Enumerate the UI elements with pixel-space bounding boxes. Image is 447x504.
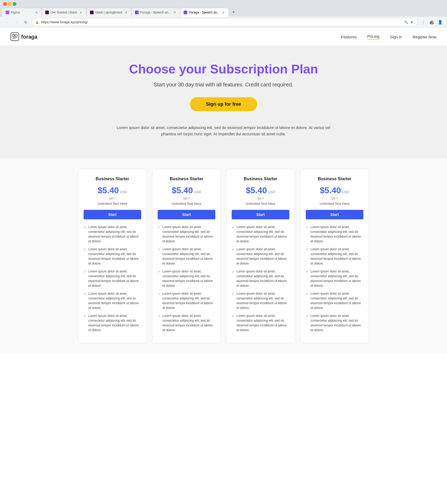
features-list: ✓ Lorem ipsum dolor sit amet, consectetu… <box>84 225 141 332</box>
browser-tab-slack-springboard[interactable]: Slack | springboard ✕ <box>86 8 132 17</box>
check-icon: ✓ <box>232 225 234 230</box>
check-icon: ✓ <box>158 292 160 296</box>
browser-address-bar: ← → ↻ 🔒 https://www.foraga.xyz/pricing/ … <box>0 17 447 27</box>
feature-text: Lorem ipsum dolor sit amet, consectetur … <box>311 247 363 266</box>
feature-text: Lorem ipsum dolor sit amet, consectetur … <box>236 225 289 244</box>
card-description: Unlimited Text Here <box>84 202 141 206</box>
window-maximize-button[interactable] <box>13 2 16 6</box>
new-tab-button[interactable]: + <box>230 9 237 16</box>
tab-title-foraga-speech-1: Foraga - Speech an... <box>140 11 171 14</box>
old-price: $6 * <box>306 196 363 201</box>
reload-button[interactable]: ↻ <box>22 19 30 26</box>
tab-close-foraga-speech-2[interactable]: ✕ <box>221 10 225 15</box>
old-price: $6 * <box>232 196 289 201</box>
window-close-button[interactable] <box>3 2 7 6</box>
check-icon: ✓ <box>84 292 86 296</box>
feature-text: Lorem ipsum dolor sit amet, consectetur … <box>311 313 363 332</box>
price-value: $5.40 <box>246 186 267 195</box>
feature-item: ✓ Lorem ipsum dolor sit amet, consectetu… <box>158 269 215 288</box>
profile-icon[interactable]: 👤 <box>436 19 444 26</box>
nav-link-pricing[interactable]: Pricing <box>367 34 379 40</box>
feature-item: ✓ Lorem ipsum dolor sit amet, consectetu… <box>158 247 215 266</box>
feature-text: Lorem ipsum dolor sit amet, consectetur … <box>88 225 141 244</box>
tab-title-get-started-slack: Get Started | Slack <box>51 11 77 14</box>
feature-item: ✓ Lorem ipsum dolor sit amet, consectetu… <box>306 269 363 288</box>
browser-menu-icon[interactable]: ⋮ <box>419 19 427 26</box>
url-input-bar[interactable]: 🔒 https://www.foraga.xyz/pricing/ 🔍 ★ <box>32 18 417 26</box>
browser-tabs-bar: Figma ✕ Get Started | Slack ✕ Slack | sp… <box>0 8 447 17</box>
forward-button[interactable]: → <box>13 19 20 26</box>
plan-name: Business Starter <box>84 177 141 181</box>
nav-link-features[interactable]: Features <box>341 35 357 39</box>
features-list: ✓ Lorem ipsum dolor sit amet, consectetu… <box>158 225 215 332</box>
check-icon: ✓ <box>306 269 308 274</box>
nav-links: FeaturesPricingSign inRegister Now <box>341 34 436 40</box>
start-button-1[interactable]: Start <box>158 210 215 219</box>
feature-item: ✓ Lorem ipsum dolor sit amet, consectetu… <box>84 225 141 244</box>
feature-item: ✓ Lorem ipsum dolor sit amet, consectetu… <box>306 225 363 244</box>
old-price: $6 * <box>158 196 215 201</box>
feature-text: Lorem ipsum dolor sit amet, consectetur … <box>236 247 289 266</box>
browser-tab-foraga-speech-2[interactable]: Foraga - Speech an... ✕ <box>180 8 229 17</box>
pricing-grid: Business Starter $5.40 USD $6 * Unlimite… <box>78 169 369 343</box>
tab-close-foraga-speech-1[interactable]: ✕ <box>172 10 177 15</box>
browser-window-controls <box>3 2 16 6</box>
check-icon: ✓ <box>232 314 234 318</box>
card-description: Unlimited Text Here <box>158 202 215 206</box>
nav-link-register-now[interactable]: Register Now <box>413 35 436 39</box>
feature-text: Lorem ipsum dolor sit amet, consectetur … <box>162 247 215 266</box>
browser-tab-figma[interactable]: Figma ✕ <box>2 8 42 17</box>
hero-title-plain: Choose your <box>129 62 210 76</box>
url-text: https://www.foraga.xyz/pricing/ <box>41 20 401 24</box>
old-price: $6 * <box>84 196 141 201</box>
browser-chrome: Figma ✕ Get Started | Slack ✕ Slack | sp… <box>0 0 447 28</box>
signup-cta-button[interactable]: Sign up for free <box>190 97 257 111</box>
back-button[interactable]: ← <box>3 19 11 26</box>
hero-title: Choose your Subscription Plan <box>11 62 436 76</box>
features-list: ✓ Lorem ipsum dolor sit amet, consectetu… <box>232 225 289 332</box>
check-icon: ✓ <box>306 314 308 318</box>
feature-item: ✓ Lorem ipsum dolor sit amet, consectetu… <box>232 225 289 244</box>
price-row: $5.40 USD <box>84 186 141 195</box>
feature-text: Lorem ipsum dolor sit amet, consectetur … <box>88 313 141 332</box>
page-content: foraga FeaturesPricingSign inRegister No… <box>0 28 447 504</box>
logo: foraga <box>11 33 37 41</box>
feature-item: ✓ Lorem ipsum dolor sit amet, consectetu… <box>232 313 289 332</box>
price-row: $5.40 USD <box>232 186 289 195</box>
check-icon: ✓ <box>84 225 86 230</box>
hero-subtitle: Start your 30 day trial with all feature… <box>11 82 436 88</box>
pricing-card-1: Business Starter $5.40 USD $6 * Unlimite… <box>152 169 221 343</box>
extensions-icon[interactable]: 🪨 <box>428 19 435 26</box>
feature-text: Lorem ipsum dolor sit amet, consectetur … <box>236 269 289 288</box>
window-minimize-button[interactable] <box>8 2 12 6</box>
feature-item: ✓ Lorem ipsum dolor sit amet, consectetu… <box>158 225 215 244</box>
tab-title-foraga-speech-2: Foraga - Speech an... <box>189 11 220 14</box>
url-action-icons: 🔍 ★ <box>403 20 414 25</box>
tab-title-slack-springboard: Slack | springboard <box>95 11 122 14</box>
price-value: $5.40 <box>320 186 341 195</box>
browser-tab-foraga-speech-1[interactable]: Foraga - Speech an... ✕ <box>131 8 180 17</box>
logo-icon <box>11 33 19 41</box>
browser-tab-get-started-slack[interactable]: Get Started | Slack ✕ <box>42 8 86 17</box>
plan-name: Business Starter <box>158 177 215 181</box>
tab-close-figma[interactable]: ✕ <box>34 10 38 15</box>
check-icon: ✓ <box>158 247 160 252</box>
start-button-0[interactable]: Start <box>84 210 141 219</box>
feature-text: Lorem ipsum dolor sit amet, consectetur … <box>311 225 363 244</box>
plan-name: Business Starter <box>306 177 363 181</box>
site-navigation: foraga FeaturesPricingSign inRegister No… <box>0 28 447 46</box>
logo-text: foraga <box>21 34 37 40</box>
search-icon[interactable]: 🔍 <box>403 20 409 25</box>
feature-text: Lorem ipsum dolor sit amet, consectetur … <box>162 291 215 310</box>
nav-link-sign-in[interactable]: Sign in <box>390 35 402 39</box>
bookmark-icon[interactable]: ★ <box>410 20 414 25</box>
feature-text: Lorem ipsum dolor sit amet, consectetur … <box>162 313 215 332</box>
tab-close-slack-springboard[interactable]: ✕ <box>124 10 128 15</box>
check-icon: ✓ <box>232 269 234 274</box>
price-row: $5.40 USD <box>158 186 215 195</box>
feature-text: Lorem ipsum dolor sit amet, consectetur … <box>88 247 141 266</box>
start-button-3[interactable]: Start <box>306 210 363 219</box>
start-button-2[interactable]: Start <box>232 210 289 219</box>
tab-close-get-started-slack[interactable]: ✕ <box>79 10 83 15</box>
feature-item: ✓ Lorem ipsum dolor sit amet, consectetu… <box>158 291 215 310</box>
